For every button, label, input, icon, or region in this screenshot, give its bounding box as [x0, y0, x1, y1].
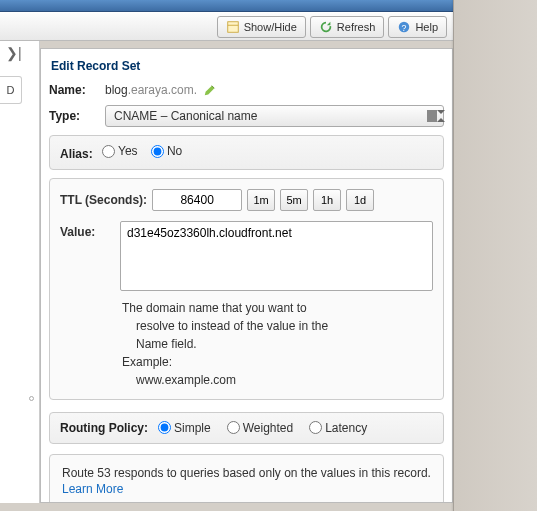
- name-value: blog.earaya.com.: [105, 83, 197, 97]
- routing-weighted-radio[interactable]: Weighted: [227, 421, 293, 435]
- help-label: Help: [415, 21, 438, 33]
- ttl-preset-1h[interactable]: 1h: [313, 189, 341, 211]
- collapse-panel-icon[interactable]: ❯|: [6, 45, 22, 61]
- panel-title: Edit Record Set: [51, 59, 444, 73]
- help-line-5: www.example.com: [136, 371, 433, 389]
- right-chrome: [453, 0, 537, 511]
- name-domain: .earaya.com.: [128, 83, 197, 97]
- ttl-preset-1m[interactable]: 1m: [247, 189, 275, 211]
- learn-more-link[interactable]: Learn More: [62, 482, 123, 496]
- type-label: Type:: [49, 109, 99, 123]
- side-dot: [29, 396, 34, 401]
- svg-rect-0: [227, 21, 238, 32]
- right-shadow: [451, 0, 454, 511]
- svg-text:?: ?: [402, 22, 407, 32]
- showhide-icon: [226, 20, 240, 34]
- side-tab[interactable]: D: [0, 76, 22, 104]
- value-help: The domain name that you want to resolve…: [122, 299, 433, 389]
- routing-weighted-label: Weighted: [243, 421, 293, 435]
- ttl-preset-5m[interactable]: 5m: [280, 189, 308, 211]
- routing-simple-label: Simple: [174, 421, 211, 435]
- help-line-1: The domain name that you want to: [122, 299, 433, 317]
- help-button[interactable]: ? Help: [388, 16, 447, 38]
- alias-yes-input[interactable]: [102, 145, 115, 158]
- routing-label: Routing Policy:: [60, 421, 148, 435]
- ttl-input[interactable]: [152, 189, 242, 211]
- toolbar: Show/Hide Refresh ? Help: [0, 12, 453, 41]
- ttl-label: TTL (Seconds):: [60, 193, 147, 207]
- routing-simple-input[interactable]: [158, 421, 171, 434]
- alias-no-input[interactable]: [151, 145, 164, 158]
- type-select[interactable]: CNAME – Canonical name: [105, 105, 444, 127]
- routing-info-text: Route 53 responds to queries based only …: [62, 466, 431, 480]
- help-line-2: resolve to instead of the value in the: [136, 317, 433, 335]
- routing-info: Route 53 responds to queries based only …: [49, 454, 444, 504]
- value-row: Value:: [60, 221, 433, 291]
- edit-record-panel: Edit Record Set Name: blog.earaya.com. T…: [40, 48, 453, 503]
- alias-no-radio[interactable]: No: [151, 144, 182, 158]
- refresh-icon: [319, 20, 333, 34]
- ttl-row: TTL (Seconds): 1m 5m 1h 1d: [60, 189, 433, 211]
- routing-simple-radio[interactable]: Simple: [158, 421, 211, 435]
- name-sub: blog: [105, 83, 128, 97]
- routing-latency-label: Latency: [325, 421, 367, 435]
- routing-latency-input[interactable]: [309, 421, 322, 434]
- help-icon: ?: [397, 20, 411, 34]
- header-strip: [0, 0, 453, 12]
- alias-label: Alias:: [60, 147, 93, 161]
- edit-name-icon[interactable]: [203, 83, 217, 97]
- screenshot-root: Show/Hide Refresh ? Help ❯| D Edit Recor…: [0, 0, 537, 511]
- routing-row: Routing Policy: Simple Weighted Latency: [60, 421, 433, 435]
- value-label: Value:: [60, 221, 110, 291]
- alias-block: Alias: Yes No: [49, 135, 444, 170]
- alias-yes-radio[interactable]: Yes: [102, 144, 138, 158]
- value-textarea[interactable]: [120, 221, 433, 291]
- showhide-button[interactable]: Show/Hide: [217, 16, 306, 38]
- help-line-4: Example:: [122, 353, 433, 371]
- side-tab-letter: D: [7, 84, 15, 96]
- refresh-label: Refresh: [337, 21, 376, 33]
- name-label: Name:: [49, 83, 99, 97]
- help-line-3: Name field.: [136, 335, 433, 353]
- alias-yes-label: Yes: [118, 144, 138, 158]
- alias-no-label: No: [167, 144, 182, 158]
- type-row: Type: CNAME – Canonical name: [49, 105, 444, 127]
- left-gutter: ❯| D: [0, 41, 40, 503]
- ttl-value-block: TTL (Seconds): 1m 5m 1h 1d Value: The do…: [49, 178, 444, 400]
- type-selected: CNAME – Canonical name: [114, 109, 257, 123]
- routing-block: Routing Policy: Simple Weighted Latency: [49, 412, 444, 444]
- showhide-label: Show/Hide: [244, 21, 297, 33]
- ttl-preset-1d[interactable]: 1d: [346, 189, 374, 211]
- refresh-button[interactable]: Refresh: [310, 16, 385, 38]
- routing-latency-radio[interactable]: Latency: [309, 421, 367, 435]
- name-row: Name: blog.earaya.com.: [49, 83, 444, 97]
- routing-weighted-input[interactable]: [227, 421, 240, 434]
